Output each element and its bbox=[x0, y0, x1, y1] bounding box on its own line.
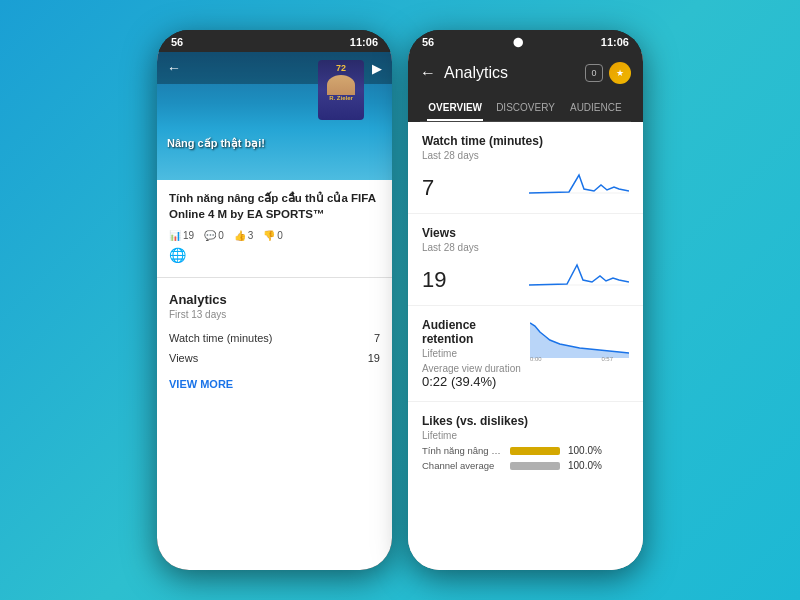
analytics-detail-title: Analytics bbox=[444, 64, 585, 82]
likes-bar-0 bbox=[510, 447, 560, 455]
phone1-status-bar: 56 11:06 bbox=[157, 30, 392, 52]
player-card: 72 R. Zieler bbox=[318, 60, 364, 120]
likes-pct-1: 100.0% bbox=[568, 460, 602, 471]
audience-retention-card: Audience retention Lifetime Average view… bbox=[408, 306, 643, 402]
phone1: 56 11:06 ← ✏ ↗ ▶ 72 R. Zi bbox=[157, 30, 392, 570]
video-title: Tính năng nâng cấp cầu thủ của FIFA Onli… bbox=[169, 190, 380, 222]
retention-title: Audience retention bbox=[422, 318, 530, 346]
views-card-title: Views bbox=[422, 226, 629, 240]
tab-audience[interactable]: AUDIENCE bbox=[561, 94, 631, 121]
analytics-body: Watch time (minutes) Last 28 days 7 bbox=[408, 122, 643, 570]
video-stats-row: 📊 19 💬 0 👍 3 👎 0 bbox=[169, 230, 380, 241]
analytics-section: Analytics First 13 days Watch time (minu… bbox=[157, 282, 392, 400]
retention-chart: 0:00 0:57 bbox=[530, 318, 629, 362]
divider-1 bbox=[157, 277, 392, 278]
views-row: Views 19 bbox=[169, 348, 380, 368]
back-icon[interactable]: ← bbox=[167, 60, 181, 76]
phone2-status-bar: 56 ⬤ 11:06 bbox=[408, 30, 643, 52]
bar-chart-icon: 📊 bbox=[169, 230, 181, 241]
phone2: 56 ⬤ 11:06 ← Analytics 0 ★ OVERVIEW DISC… bbox=[408, 30, 643, 570]
likes-pct-0: 100.0% bbox=[568, 445, 602, 456]
watch-time-period: Last 28 days bbox=[422, 150, 629, 161]
video-thumbnail: ← ✏ ↗ ▶ 72 R. Zieler Nâng cấp thật bại! bbox=[157, 52, 392, 180]
thumb-down-icon: 👎 bbox=[263, 230, 275, 241]
back-arrow-icon[interactable]: ← bbox=[420, 64, 436, 82]
video-overlay-text: Nâng cấp thật bại! bbox=[167, 137, 265, 150]
watch-time-card: Watch time (minutes) Last 28 days 7 bbox=[408, 122, 643, 214]
retention-period: Lifetime bbox=[422, 348, 530, 359]
likes-count: 3 bbox=[248, 230, 254, 241]
svg-text:0:57: 0:57 bbox=[601, 356, 613, 362]
comments-count: 0 bbox=[218, 230, 224, 241]
retention-info: Audience retention Lifetime Average view… bbox=[422, 318, 530, 389]
likes-bar-row-1: Channel average 100.0% bbox=[422, 460, 629, 471]
dislikes-count: 0 bbox=[277, 230, 283, 241]
views-metric-row: 19 bbox=[422, 257, 629, 293]
phone2-camera-dot: ⬤ bbox=[513, 37, 523, 47]
phone1-time: 11:06 bbox=[350, 36, 378, 48]
svg-marker-2 bbox=[530, 323, 629, 358]
views-chart bbox=[529, 257, 629, 293]
header-icons: 0 ★ bbox=[585, 62, 631, 84]
views-label: Views bbox=[169, 352, 198, 364]
views-card: Views Last 28 days 19 bbox=[408, 214, 643, 306]
view-more-button[interactable]: VIEW MORE bbox=[169, 378, 380, 390]
views-period: Last 28 days bbox=[422, 242, 629, 253]
views-stat: 📊 19 bbox=[169, 230, 194, 241]
player-avatar bbox=[327, 75, 355, 95]
likes-title: Likes (vs. dislikes) bbox=[422, 414, 629, 428]
likes-bar-1 bbox=[510, 462, 560, 470]
analytics-detail-header: ← Analytics 0 ★ OVERVIEW DISCOVERY AUDIE… bbox=[408, 52, 643, 122]
notification-badge[interactable]: 0 bbox=[585, 64, 603, 82]
views-value: 19 bbox=[368, 352, 380, 364]
avg-view-label: Average view duration bbox=[422, 363, 530, 374]
player-rating: 72 bbox=[336, 63, 346, 73]
tab-overview[interactable]: OVERVIEW bbox=[420, 94, 490, 121]
comment-icon: 💬 bbox=[204, 230, 216, 241]
phone1-signal: 56 bbox=[171, 36, 183, 48]
likes-period: Lifetime bbox=[422, 430, 629, 441]
thumb-up-icon: 👍 bbox=[234, 230, 246, 241]
watch-time-card-title: Watch time (minutes) bbox=[422, 134, 629, 148]
views-count: 19 bbox=[183, 230, 194, 241]
watch-time-chart bbox=[529, 165, 629, 201]
dislikes-stat: 👎 0 bbox=[263, 230, 283, 241]
tabs-bar: OVERVIEW DISCOVERY AUDIENCE bbox=[420, 94, 631, 122]
likes-stat: 👍 3 bbox=[234, 230, 254, 241]
player-name: R. Zieler bbox=[329, 95, 353, 101]
comments-stat: 💬 0 bbox=[204, 230, 224, 241]
tab-discovery[interactable]: DISCOVERY bbox=[490, 94, 560, 121]
retention-row: Audience retention Lifetime Average view… bbox=[422, 318, 629, 389]
analytics-subtitle: First 13 days bbox=[169, 309, 380, 320]
likes-bar-row-0: Tính năng nâng cấp cầu thủ cu... 100.0% bbox=[422, 445, 629, 456]
likes-bar-label-0: Tính năng nâng cấp cầu thủ cu... bbox=[422, 445, 502, 456]
phone2-signal: 56 bbox=[422, 36, 434, 48]
watch-time-big-value: 7 bbox=[422, 175, 434, 201]
video-info-section: Tính năng nâng cấp cầu thủ của FIFA Onli… bbox=[157, 180, 392, 273]
watch-time-label: Watch time (minutes) bbox=[169, 332, 273, 344]
phone2-time: 11:06 bbox=[601, 36, 629, 48]
svg-text:0:00: 0:00 bbox=[530, 356, 542, 362]
analytics-section-title: Analytics bbox=[169, 292, 380, 307]
likes-bar-label-1: Channel average bbox=[422, 460, 502, 471]
watch-time-row: Watch time (minutes) 7 bbox=[169, 328, 380, 348]
watch-time-value: 7 bbox=[374, 332, 380, 344]
analytics-header-top: ← Analytics 0 ★ bbox=[420, 62, 631, 84]
watch-time-metric-row: 7 bbox=[422, 165, 629, 201]
user-avatar[interactable]: ★ bbox=[609, 62, 631, 84]
youtube-icon[interactable]: ▶ bbox=[372, 61, 382, 76]
avg-view-value: 0:22 (39.4%) bbox=[422, 374, 530, 389]
globe-icon: 🌐 bbox=[169, 247, 380, 263]
views-big-value: 19 bbox=[422, 267, 446, 293]
likes-card: Likes (vs. dislikes) Lifetime Tính năng … bbox=[408, 402, 643, 483]
